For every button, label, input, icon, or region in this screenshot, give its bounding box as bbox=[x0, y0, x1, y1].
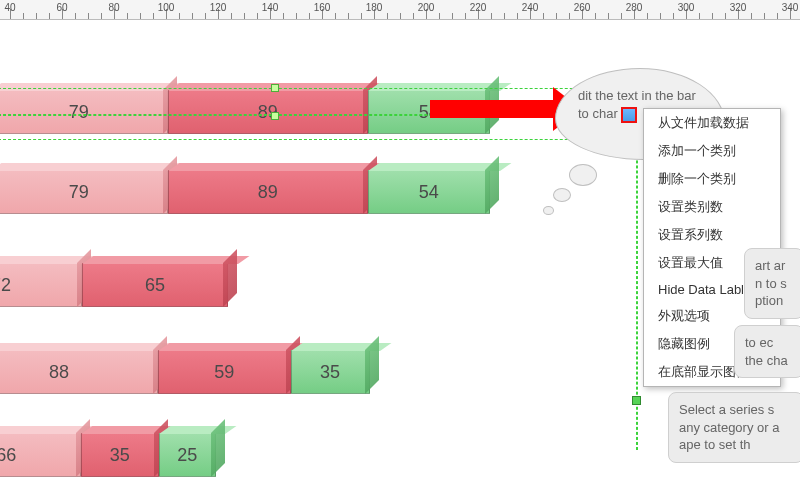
ruler-tick-label: 80 bbox=[108, 2, 119, 13]
ruler-tick-label: 320 bbox=[730, 2, 747, 13]
context-menu-item[interactable]: 删除一个类别 bbox=[644, 165, 780, 193]
hint-text: any category or a bbox=[679, 419, 793, 437]
bar-segment[interactable]: 88 bbox=[0, 350, 158, 394]
hint-text: Select a series s bbox=[679, 401, 793, 419]
hint-text: to ec bbox=[745, 334, 793, 352]
bar-segment[interactable]: 89 bbox=[168, 170, 368, 214]
ruler-tick-label: 120 bbox=[210, 2, 227, 13]
hint-card-2: to ec the cha bbox=[734, 325, 800, 378]
chart-options-button[interactable] bbox=[621, 107, 637, 123]
hint-text: n to s bbox=[755, 275, 793, 293]
selection-handle-center[interactable] bbox=[271, 112, 279, 120]
bar-value-label: 89 bbox=[258, 182, 278, 203]
ruler-tick-label: 200 bbox=[418, 2, 435, 13]
hint-text: ption bbox=[755, 292, 793, 310]
bar-segment[interactable]: 25 bbox=[159, 433, 215, 477]
bar-value-label: 66 bbox=[0, 445, 16, 466]
bar-segment[interactable]: 35 bbox=[81, 433, 160, 477]
bar-segment[interactable]: 79 bbox=[0, 170, 168, 214]
bar-segment[interactable]: 59 bbox=[158, 350, 291, 394]
context-menu-item[interactable]: 设置系列数 bbox=[644, 221, 780, 249]
bar-value-label: 35 bbox=[110, 445, 130, 466]
ruler-tick-label: 40 bbox=[4, 2, 15, 13]
hint-text: art ar bbox=[755, 257, 793, 275]
cloud-tail-2 bbox=[553, 188, 571, 202]
bar-value-label: 79 bbox=[69, 182, 89, 203]
bar-segment[interactable]: 35 bbox=[291, 350, 370, 394]
ruler-tick-label: 140 bbox=[262, 2, 279, 13]
context-menu-item[interactable]: 设置类别数 bbox=[644, 193, 780, 221]
cloud-text-1: dit the text in the bar bbox=[578, 88, 696, 103]
cloud-text-2: to char bbox=[578, 106, 618, 121]
context-menu-item[interactable]: 添加一个类别 bbox=[644, 137, 780, 165]
guide-anchor[interactable] bbox=[632, 396, 641, 405]
bar-value-label: 25 bbox=[177, 445, 197, 466]
selection-handle-top[interactable] bbox=[271, 84, 279, 92]
hint-text: the cha bbox=[745, 352, 793, 370]
bar-segment[interactable]: 72 bbox=[0, 263, 82, 307]
ruler-tick-label: 180 bbox=[366, 2, 383, 13]
ruler-tick-label: 240 bbox=[522, 2, 539, 13]
context-menu-item[interactable]: 从文件加载数据 bbox=[644, 109, 780, 137]
ruler-tick-label: 300 bbox=[678, 2, 695, 13]
horizontal-ruler: 4060801001201401601802002202402602803003… bbox=[0, 0, 800, 20]
annotation-arrow bbox=[430, 100, 555, 118]
ruler-tick-label: 260 bbox=[574, 2, 591, 13]
bar-segment[interactable]: 65 bbox=[82, 263, 228, 307]
bar-value-label: 88 bbox=[49, 362, 69, 383]
bar-segment[interactable]: 54 bbox=[368, 170, 490, 214]
ruler-tick-label: 100 bbox=[158, 2, 175, 13]
bar-segment[interactable]: 66 bbox=[0, 433, 81, 477]
ruler-tick-label: 340 bbox=[782, 2, 799, 13]
bar-value-label: 54 bbox=[419, 182, 439, 203]
bar-value-label: 59 bbox=[214, 362, 234, 383]
bar-value-label: 65 bbox=[145, 275, 165, 296]
bar-value-label: 35 bbox=[320, 362, 340, 383]
cloud-tail-1 bbox=[569, 164, 597, 186]
cloud-tail-3 bbox=[543, 206, 554, 215]
canvas[interactable]: 7989547989547265885935663525 dit the tex… bbox=[0, 20, 800, 502]
hint-text: ape to set th bbox=[679, 436, 793, 454]
ruler-tick-label: 160 bbox=[314, 2, 331, 13]
ruler-tick-label: 220 bbox=[470, 2, 487, 13]
hint-card-3: Select a series s any category or a ape … bbox=[668, 392, 800, 463]
bar-value-label: 72 bbox=[0, 275, 11, 296]
ruler-tick-label: 60 bbox=[56, 2, 67, 13]
hint-card-1: art ar n to s ption bbox=[744, 248, 800, 319]
ruler-tick-label: 280 bbox=[626, 2, 643, 13]
